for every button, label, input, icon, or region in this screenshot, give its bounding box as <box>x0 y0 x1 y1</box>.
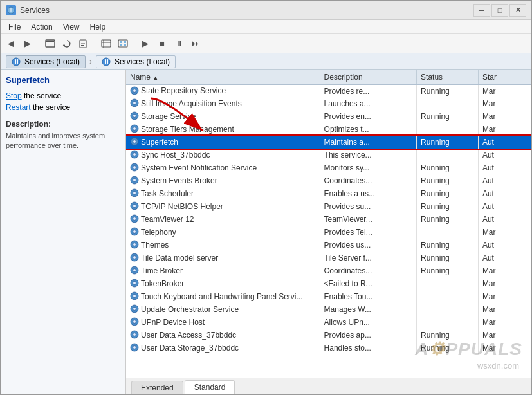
window-icon <box>6 5 16 15</box>
service-name-cell: Themes <box>126 239 320 252</box>
stop-link[interactable]: Stop <box>6 91 22 100</box>
service-name-text: UPnP Device Host <box>141 318 205 327</box>
restart-suffix: the service <box>33 103 70 112</box>
table-row[interactable]: TelephonyProvides Tel...Mar <box>126 226 531 239</box>
table-row[interactable]: Touch Keyboard and Handwriting Panel Ser… <box>126 290 531 303</box>
service-icon <box>130 163 139 172</box>
table-row[interactable]: Storage Tiers ManagementOptimizes t...Ma… <box>126 123 531 136</box>
table-row[interactable]: Still Image Acquisition EventsLaunches a… <box>126 97 531 110</box>
back-button[interactable]: ◀ <box>3 37 19 51</box>
table-row[interactable]: SuperfetchMaintains a...RunningAut <box>126 136 531 149</box>
service-start-cell: Aut <box>478 252 531 264</box>
filter-button[interactable] <box>98 37 114 51</box>
service-desc-cell: Provides re... <box>320 84 417 97</box>
stop-button[interactable]: ■ <box>154 37 170 51</box>
service-name-cell: Task Scheduler <box>126 187 320 200</box>
service-start-cell: Mar <box>478 264 531 277</box>
pause-button[interactable]: ⏸ <box>171 37 187 51</box>
service-name-cell: Time Broker <box>126 264 320 277</box>
col-header-status[interactable]: Status <box>417 70 479 84</box>
table-row[interactable]: ThemesProvides us...RunningAut <box>126 239 531 252</box>
svg-point-27 <box>133 102 136 105</box>
table-row[interactable]: Sync Host_37bbddcThis service...Aut <box>126 149 531 161</box>
restart-action: Restart the service <box>6 103 120 112</box>
menu-view[interactable]: View <box>58 21 85 33</box>
play-button[interactable]: ▶ <box>138 37 153 51</box>
service-icon <box>130 124 139 133</box>
tab-standard[interactable]: Standard <box>185 380 235 394</box>
service-desc-cell: Enables a us... <box>320 187 417 200</box>
table-row[interactable]: UPnP Device HostAllows UPn...Mar <box>126 316 531 329</box>
svg-rect-7 <box>81 42 85 42</box>
restart-link[interactable]: Restart <box>6 103 31 112</box>
table-row[interactable]: Time BrokerCoordinates...RunningMar <box>126 264 531 277</box>
show-console-button[interactable] <box>42 37 58 51</box>
table-row[interactable]: System Event Notification ServiceMonitor… <box>126 161 531 174</box>
service-start-cell: Aut <box>478 187 531 200</box>
menu-file[interactable]: File <box>3 21 26 33</box>
table-row[interactable]: System Events BrokerCoordinates...Runnin… <box>126 174 531 187</box>
service-icon <box>130 253 139 262</box>
forward-button[interactable]: ▶ <box>20 37 35 51</box>
table-row[interactable]: User Data Storage_37bbddcHandles sto...R… <box>126 342 531 354</box>
services-list: Name ▲ Description Status Star State Rep… <box>126 70 531 354</box>
service-status-cell: Running <box>417 329 479 342</box>
table-row[interactable]: TeamViewer 12TeamViewer...RunningAut <box>126 213 531 226</box>
col-header-name[interactable]: Name ▲ <box>126 70 320 84</box>
service-name-cell: User Data Access_37bbddc <box>126 329 320 342</box>
tab-extended[interactable]: Extended <box>131 381 183 394</box>
svg-point-0 <box>8 7 14 14</box>
left-panel: Superfetch Stop the service Restart the … <box>1 70 126 394</box>
svg-point-39 <box>133 179 136 182</box>
service-icon <box>130 150 139 159</box>
col-header-startup[interactable]: Star <box>478 70 531 84</box>
service-name-cell: Telephony <box>126 226 320 239</box>
service-name-cell: User Data Storage_37bbddc <box>126 342 320 354</box>
table-row[interactable]: TCP/IP NetBIOS HelperProvides su...Runni… <box>126 200 531 213</box>
table-row[interactable]: User Data Access_37bbddcProvides ap...Ru… <box>126 329 531 342</box>
service-name-cell: Superfetch <box>126 136 320 149</box>
service-start-cell: Mar <box>478 290 531 303</box>
service-desc-cell: <Failed to R... <box>320 277 417 290</box>
table-row[interactable]: TokenBroker<Failed to R...Mar <box>126 277 531 290</box>
refresh-button[interactable] <box>59 37 75 51</box>
service-start-cell: Mar <box>478 123 531 136</box>
svg-rect-16 <box>120 44 122 46</box>
close-button[interactable]: ✕ <box>509 4 526 17</box>
table-row[interactable]: Storage ServiceProvides en...RunningMar <box>126 110 531 123</box>
svg-point-59 <box>133 308 136 311</box>
service-desc-cell: Provides su... <box>320 200 417 213</box>
service-icon <box>130 214 139 223</box>
service-desc-cell: Provides en... <box>320 110 417 123</box>
title-bar: Services ─ □ ✕ <box>1 1 531 20</box>
services-table[interactable]: Name ▲ Description Status Star State Rep… <box>126 70 531 378</box>
col-header-description[interactable]: Description <box>320 70 417 84</box>
table-row[interactable]: Update Orchestrator ServiceManages W...M… <box>126 303 531 316</box>
svg-point-65 <box>133 346 136 349</box>
service-name-cell: TCP/IP NetBIOS Helper <box>126 200 320 213</box>
service-start-cell: Mar <box>478 316 531 329</box>
service-status-cell: Running <box>417 342 479 354</box>
table-row[interactable]: State Repository ServiceProvides re...Ru… <box>126 84 531 97</box>
table-row[interactable]: Tile Data model serverTile Server f...Ru… <box>126 252 531 264</box>
minimize-button[interactable]: ─ <box>473 4 490 17</box>
service-status-cell <box>417 316 479 329</box>
service-icon <box>130 330 139 339</box>
maximize-button[interactable]: □ <box>491 4 508 17</box>
view-list-button[interactable] <box>115 37 131 51</box>
service-start-cell: Aut <box>478 239 531 252</box>
service-icon <box>130 343 139 352</box>
service-desc-cell: Maintains a... <box>320 136 417 149</box>
menu-action[interactable]: Action <box>26 21 57 33</box>
split-layout: Superfetch Stop the service Restart the … <box>1 70 531 394</box>
nav-left-panel[interactable]: Services (Local) <box>6 55 86 68</box>
menu-help[interactable]: Help <box>85 21 111 33</box>
bottom-tabs: Extended Standard <box>126 378 531 394</box>
export-button[interactable] <box>76 37 91 51</box>
service-desc-cell: Launches a... <box>320 97 417 110</box>
service-name-text: Superfetch <box>141 138 178 147</box>
service-name-text: Task Scheduler <box>141 189 194 198</box>
table-row[interactable]: Task SchedulerEnables a us...RunningAut <box>126 187 531 200</box>
restart-button[interactable]: ⏭ <box>188 37 203 51</box>
service-status-cell: Running <box>417 264 479 277</box>
